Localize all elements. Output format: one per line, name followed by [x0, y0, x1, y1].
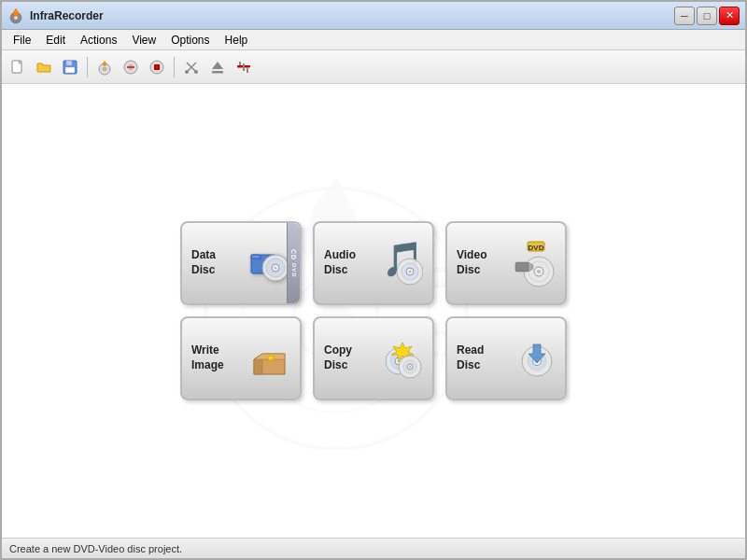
- video-disc-icon: DVD: [513, 235, 557, 291]
- eject-icon: [209, 59, 226, 76]
- svg-rect-46: [515, 262, 529, 272]
- stop-icon: [148, 59, 165, 76]
- menu-edit[interactable]: Edit: [38, 32, 73, 49]
- svg-point-34: [275, 267, 277, 270]
- main-content: INFRA RECORDER DataDisc: [2, 84, 745, 538]
- audio-disc-icon: 🎵: [380, 235, 425, 291]
- copy-disc-icon: [380, 330, 425, 386]
- read-disc-label: ReadDisc: [457, 343, 484, 372]
- minimize-button[interactable]: ─: [674, 7, 695, 25]
- data-disc-icon: [247, 235, 292, 291]
- svg-point-17: [194, 70, 198, 74]
- title-bar: InfraRecorder ─ □ ✕: [2, 2, 745, 30]
- video-disc-button[interactable]: VideoDisc DVD: [445, 221, 567, 305]
- toolbar-new[interactable]: [6, 55, 30, 79]
- audio-disc-button[interactable]: AudioDisc 🎵: [313, 221, 434, 305]
- menu-view[interactable]: View: [124, 32, 163, 49]
- toolbar-sep2: [174, 57, 175, 77]
- write-image-button[interactable]: WriteImage: [180, 316, 302, 400]
- svg-rect-6: [65, 67, 75, 73]
- audio-disc-label: AudioDisc: [324, 248, 356, 277]
- save-icon: [62, 59, 78, 76]
- data-disc-label: DataDisc: [191, 248, 216, 277]
- toolbar-sep1: [87, 57, 88, 77]
- status-text: Create a new DVD-Video disc project.: [9, 543, 182, 554]
- svg-rect-13: [154, 64, 160, 70]
- svg-marker-18: [212, 62, 223, 69]
- toolbar-eject[interactable]: [205, 55, 230, 79]
- toolbar-save[interactable]: [58, 55, 82, 79]
- write-image-icon: [247, 330, 292, 386]
- menu-bar: File Edit Actions View Options Help: [2, 30, 745, 50]
- write-image-label: WriteImage: [191, 343, 224, 372]
- read-disc-icon: [513, 330, 557, 386]
- data-disc-button[interactable]: DataDisc CD: [180, 221, 302, 305]
- toolbar-cut[interactable]: [179, 55, 204, 79]
- burn-icon: [96, 59, 113, 76]
- svg-text:DVD: DVD: [529, 244, 544, 252]
- svg-rect-23: [243, 63, 245, 71]
- toolbar-burn[interactable]: [92, 55, 117, 79]
- title-text: InfraRecorder: [30, 9, 104, 22]
- video-disc-label: VideoDisc: [457, 248, 486, 277]
- svg-rect-5: [66, 61, 72, 65]
- svg-point-1: [14, 16, 18, 20]
- app-icon: [7, 7, 24, 24]
- toolbar-stop[interactable]: [145, 55, 169, 79]
- svg-rect-22: [247, 68, 248, 73]
- cd-dvd-label: CD DVD: [287, 223, 300, 303]
- open-icon: [35, 59, 52, 76]
- svg-point-39: [409, 271, 412, 273]
- maximize-button[interactable]: □: [697, 7, 717, 25]
- svg-point-55: [409, 366, 411, 368]
- svg-point-8: [103, 67, 106, 71]
- status-bar: Create a new DVD-Video disc project.: [2, 538, 745, 558]
- erase-icon: [122, 59, 139, 76]
- close-button[interactable]: ✕: [719, 7, 740, 25]
- copy-disc-button[interactable]: CopyDisc: [313, 316, 434, 400]
- toolbar-erase[interactable]: [119, 55, 143, 79]
- cut-icon: [183, 59, 200, 76]
- copy-disc-label: CopyDisc: [324, 343, 352, 372]
- svg-rect-21: [239, 62, 241, 65]
- new-icon: [9, 59, 26, 76]
- svg-point-45: [537, 270, 541, 273]
- menu-file[interactable]: File: [6, 32, 38, 49]
- toolbar-properties[interactable]: [232, 55, 256, 79]
- properties-icon: [235, 59, 252, 76]
- read-disc-button[interactable]: ReadDisc: [445, 316, 567, 400]
- app-window: InfraRecorder ─ □ ✕ File Edit Actions Vi…: [0, 0, 747, 560]
- svg-rect-19: [212, 71, 223, 74]
- menu-help[interactable]: Help: [218, 32, 256, 49]
- toolbar: [2, 50, 745, 84]
- menu-actions[interactable]: Actions: [73, 32, 124, 49]
- button-grid: DataDisc CD: [180, 221, 567, 400]
- svg-point-16: [185, 70, 189, 74]
- title-left: InfraRecorder: [7, 7, 104, 24]
- title-controls: ─ □ ✕: [674, 7, 740, 25]
- toolbar-open[interactable]: [32, 55, 56, 79]
- menu-options[interactable]: Options: [163, 32, 217, 49]
